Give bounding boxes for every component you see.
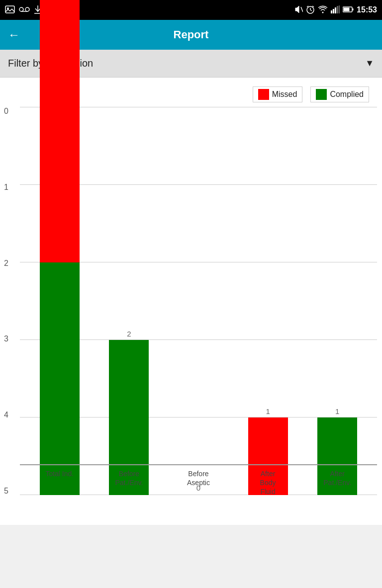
svg-rect-0 <box>5 6 14 13</box>
x-label-after-pat-env: AfterPat./Env. <box>315 465 360 487</box>
status-icons-right: 15:53 <box>295 5 377 15</box>
image-icon <box>5 5 15 15</box>
y-label-4: 4 <box>4 411 8 419</box>
svg-rect-14 <box>333 9 334 13</box>
back-button[interactable]: ← <box>8 28 20 42</box>
svg-point-2 <box>19 7 23 11</box>
missed-color-swatch <box>258 89 269 100</box>
x-label-before-pat-env: BeforePat./Env. <box>106 465 151 487</box>
bar-chart: 5 4 3 2 1 0 4 2 <box>20 107 377 515</box>
svg-line-10 <box>310 10 312 11</box>
alarm-icon <box>306 5 315 15</box>
bar-value-after-pat-env: 1 <box>335 407 339 416</box>
status-icons-left <box>5 5 42 15</box>
y-axis: 5 4 3 2 1 0 <box>4 107 8 495</box>
x-label-before-aseptic: BeforeAseptic <box>176 465 221 487</box>
svg-point-3 <box>25 7 29 11</box>
complied-color-swatch <box>316 89 327 100</box>
voicemail-icon <box>19 6 30 14</box>
y-label-0: 0 <box>4 107 8 115</box>
svg-rect-16 <box>337 6 338 13</box>
y-label-5: 5 <box>4 487 8 495</box>
bar-missed-total-ind <box>40 0 80 263</box>
page-title: Report <box>174 28 209 41</box>
complied-label: Complied <box>330 90 364 99</box>
svg-rect-17 <box>339 5 340 13</box>
chevron-down-icon: ▼ <box>365 58 374 69</box>
signal-icon <box>331 5 340 15</box>
bar-value-before-pat-env: 2 <box>127 330 131 338</box>
wifi-icon <box>318 5 328 15</box>
y-label-2: 2 <box>4 259 8 267</box>
svg-rect-19 <box>344 7 350 11</box>
bar-group-total-ind: 4 <box>40 0 80 495</box>
bar-value-after-body-fluid: 1 <box>266 407 270 416</box>
battery-icon <box>343 6 354 14</box>
svg-rect-20 <box>353 8 354 10</box>
svg-rect-13 <box>331 10 332 13</box>
svg-rect-15 <box>335 7 336 13</box>
x-label-after-body-fluid: AfterBodyFluid <box>246 465 290 497</box>
chart-area: Missed Complied 5 4 3 2 1 0 <box>0 78 382 525</box>
bars-area: 4 2 0 1 1 <box>20 107 377 495</box>
mute-icon <box>295 5 303 15</box>
svg-line-7 <box>301 7 303 12</box>
legend-missed: Missed <box>253 86 303 102</box>
y-label-3: 3 <box>4 335 8 343</box>
bar-complied-total-ind <box>40 262 80 495</box>
x-labels: Total Ind. BeforePat./Env. BeforeAseptic… <box>20 465 377 515</box>
missed-label: Missed <box>272 90 297 99</box>
x-label-total-ind: Total Ind. <box>37 465 82 478</box>
time-display: 15:53 <box>357 5 377 14</box>
legend-complied: Complied <box>310 86 369 102</box>
y-label-1: 1 <box>4 183 8 191</box>
